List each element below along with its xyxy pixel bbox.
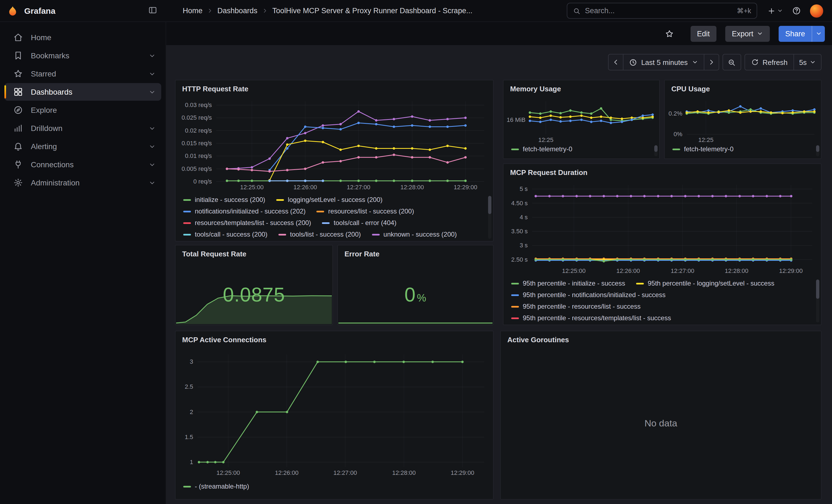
panel-title[interactable]: MCP Request Duration — [503, 164, 821, 181]
svg-text:0%: 0% — [674, 131, 682, 137]
legend-item[interactable]: logging/setLevel - success (200) — [276, 196, 383, 204]
sidebar-item-label: Explore — [31, 106, 156, 114]
svg-text:0.005 req/s: 0.005 req/s — [182, 165, 212, 172]
legend-item[interactable]: tools/call - error (404) — [322, 219, 396, 227]
svg-text:0.015 req/s: 0.015 req/s — [182, 140, 212, 147]
sidebar-toggle-button[interactable] — [148, 5, 157, 16]
mcp-request-duration-chart[interactable]: 5 s4.50 s4 s3.50 s3 s2.50 s12:25:0012:26… — [503, 181, 821, 278]
panel-title[interactable]: Memory Usage — [503, 80, 659, 97]
svg-text:2.50 s: 2.50 s — [511, 256, 528, 263]
sidebar-item-explore[interactable]: Explore — [4, 101, 161, 119]
legend-item[interactable]: fetch-telemetry-0 — [672, 145, 733, 153]
search-input[interactable]: Search... ⌘+k — [567, 3, 757, 19]
legend-scrollbar[interactable] — [816, 145, 820, 156]
refresh-button[interactable]: Refresh — [744, 54, 794, 71]
sidebar-item-drilldown[interactable]: Drilldown — [4, 120, 161, 137]
legend-scrollbar[interactable] — [654, 145, 657, 156]
cpu-usage-chart[interactable]: 0.2%0%12:25 — [665, 97, 821, 144]
svg-text:12:25:00: 12:25:00 — [240, 184, 264, 191]
http-request-rate-chart[interactable]: 0 req/s0.005 req/s0.01 req/s0.015 req/s0… — [176, 97, 493, 195]
panel-title[interactable]: Active Goroutines — [501, 331, 821, 348]
svg-text:3: 3 — [190, 358, 193, 365]
sidebar-item-connections[interactable]: Connections — [4, 156, 161, 173]
sidebar-item-alerting[interactable]: Alerting — [4, 137, 161, 155]
svg-text:0.025 req/s: 0.025 req/s — [182, 114, 212, 121]
legend-item[interactable]: notifications/initialized - success (202… — [183, 207, 306, 215]
breadcrumb-item[interactable]: Home — [183, 7, 203, 15]
time-back-button[interactable] — [608, 54, 623, 71]
panel-title[interactable]: Total Request Rate — [176, 245, 332, 262]
sidebar-item-bookmarks[interactable]: Bookmarks — [4, 47, 161, 64]
legend-item[interactable]: resources/templates/list - success (200) — [183, 219, 311, 227]
mcp-active-connections-chart[interactable]: 11.522.5312:25:0012:26:0012:27:0012:28:0… — [176, 348, 493, 481]
apps-icon — [13, 87, 23, 97]
legend-scrollbar[interactable] — [488, 196, 491, 239]
time-controls: Last 5 minutes Refresh 5s — [608, 54, 822, 71]
panel-title[interactable]: Error Rate — [338, 245, 493, 262]
memory-usage-chart[interactable]: 16 MiB12:25 — [503, 97, 659, 144]
svg-text:4 s: 4 s — [520, 214, 528, 221]
svg-text:5 s: 5 s — [520, 185, 528, 192]
sidebar-item-administration[interactable]: Administration — [4, 174, 161, 191]
zoom-out-icon — [727, 58, 736, 66]
star-icon — [665, 29, 674, 38]
share-dropdown-button[interactable] — [812, 26, 825, 42]
svg-text:1.5: 1.5 — [185, 433, 193, 441]
svg-text:1: 1 — [190, 459, 193, 466]
favorite-button[interactable] — [665, 29, 674, 38]
chevron-down-icon[interactable] — [149, 88, 156, 96]
legend-scrollbar[interactable] — [816, 280, 820, 322]
panel-title[interactable]: HTTP Request Rate — [176, 80, 493, 97]
chevron-down-icon[interactable] — [149, 179, 156, 186]
panel-title[interactable]: MCP Active Connections — [176, 331, 493, 348]
legend-item[interactable]: resources/list - success (200) — [317, 207, 414, 215]
panel-mcp-request-duration: MCP Request Duration 5 s4.50 s4 s3.50 s3… — [503, 163, 822, 325]
panel-title[interactable]: CPU Usage — [665, 80, 821, 97]
svg-text:0.03 req/s: 0.03 req/s — [185, 102, 212, 108]
chevron-down-icon[interactable] — [149, 70, 156, 77]
chevron-down-icon[interactable] — [149, 125, 156, 132]
share-button[interactable]: Share — [779, 26, 812, 42]
sidebar-item-starred[interactable]: Starred — [4, 65, 161, 82]
svg-text:0.01 req/s: 0.01 req/s — [185, 152, 212, 159]
grafana-logo[interactable] — [7, 5, 19, 17]
edit-button[interactable]: Edit — [690, 26, 717, 42]
active-indicator — [4, 85, 6, 99]
time-range-label: Last 5 minutes — [641, 58, 687, 66]
dashboard-canvas: Last 5 minutes Refresh 5s — [166, 45, 832, 504]
legend-item[interactable]: initialize - success (200) — [183, 196, 265, 204]
topbar-actions — [767, 4, 832, 17]
legend-item[interactable]: - (streamable-http) — [183, 482, 249, 490]
legend-item[interactable]: 95th percentile - logging/setLevel - suc… — [636, 280, 774, 287]
chevron-down-icon[interactable] — [149, 143, 156, 150]
svg-text:12:26:00: 12:26:00 — [275, 469, 298, 476]
legend-item[interactable]: fetch-telemetry-0 — [511, 145, 572, 153]
time-range-picker[interactable]: Last 5 minutes — [623, 54, 703, 71]
legend-item[interactable]: 95th percentile - initialize - success — [511, 280, 625, 287]
chevron-down-icon[interactable] — [149, 52, 156, 59]
legend-item[interactable]: 95th percentile - resources/list - succe… — [511, 302, 641, 310]
sidebar-item-home[interactable]: Home — [4, 29, 161, 46]
legend-item[interactable]: unknown - success (200) — [372, 231, 457, 238]
time-forward-button[interactable] — [703, 54, 719, 71]
compass-icon — [13, 105, 23, 115]
sidebar-item-label: Starred — [31, 69, 141, 78]
breadcrumb: HomeDashboardsToolHive MCP Server & Prox… — [183, 7, 567, 15]
help-button[interactable] — [792, 6, 801, 16]
legend-item[interactable]: tools/call - success (200) — [183, 231, 267, 238]
sidebar-item-dashboards[interactable]: Dashboards — [4, 83, 161, 101]
user-avatar[interactable] — [810, 4, 823, 17]
export-button[interactable]: Export — [725, 26, 770, 42]
refresh-interval-picker[interactable]: 5s — [794, 54, 822, 71]
legend-item[interactable]: 95th percentile - resources/templates/li… — [511, 314, 671, 322]
new-button[interactable] — [767, 6, 783, 15]
svg-text:12:29:00: 12:29:00 — [779, 267, 803, 274]
legend-item[interactable]: tools/list - success (200) — [279, 231, 361, 238]
legend-item[interactable]: 95th percentile - notifications/initiali… — [511, 291, 666, 299]
chevron-down-icon — [757, 30, 763, 37]
breadcrumb-item[interactable]: Dashboards — [217, 7, 258, 15]
chevron-down-icon[interactable] — [149, 161, 156, 168]
zoom-out-button[interactable] — [722, 54, 741, 71]
svg-text:2.5: 2.5 — [185, 383, 193, 390]
svg-text:3 s: 3 s — [520, 242, 528, 249]
